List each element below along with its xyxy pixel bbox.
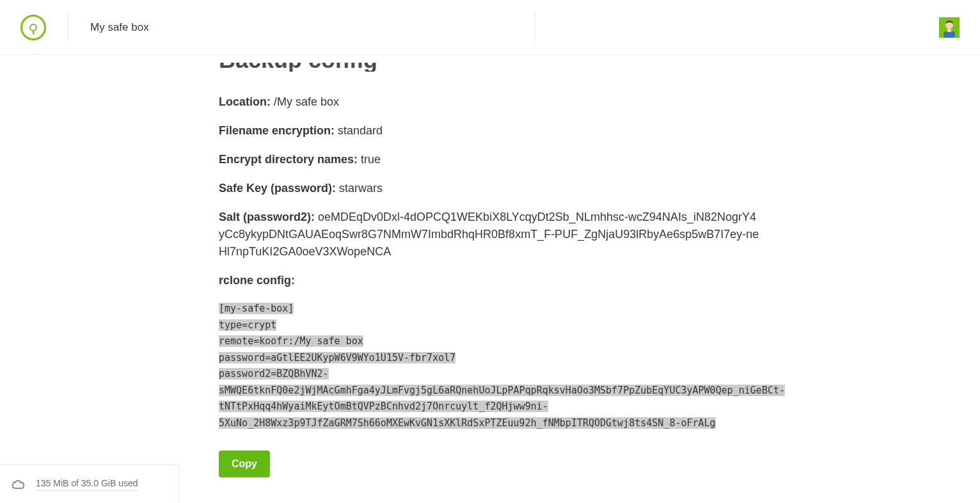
svg-rect-3 (947, 29, 951, 32)
field-salt: Salt (password2): oeMDEqDv0Dxl-4dOPCQ1WE… (219, 209, 761, 260)
code-line: password2=BZQBhVN2-sMWQE6tknFQ0e2jWjMAcG… (219, 368, 785, 429)
rclone-config-label: rclone config: (219, 274, 295, 287)
svg-rect-2 (944, 31, 955, 38)
app-logo-icon[interactable] (20, 15, 46, 40)
field-location: Location: /My safe box (219, 93, 761, 111)
storage-text: 135 MiB of 35.0 GiB used (36, 478, 138, 491)
field-salt-label: Salt (password2): (219, 211, 315, 223)
code-line: remote=koofr:/My safe box (219, 335, 363, 347)
main-content: Backup config Location: /My safe box Fil… (0, 49, 980, 503)
field-location-value: /My safe box (274, 95, 339, 108)
divider (68, 13, 68, 42)
field-filename-encryption-value: standard (338, 124, 383, 137)
field-safe-key-value: starwars (339, 182, 383, 195)
field-safe-key: Safe Key (password): starwars (219, 180, 761, 197)
field-safe-key-label: Safe Key (password): (219, 182, 336, 195)
divider (535, 13, 535, 42)
avatar[interactable] (939, 17, 960, 38)
field-encrypt-dirs: Encrypt directory names: true (219, 151, 761, 168)
breadcrumb[interactable]: My safe box (90, 21, 149, 34)
cloud-icon (12, 479, 26, 490)
field-encrypt-dirs-label: Encrypt directory names: (219, 153, 358, 166)
code-line: password=aGtlEE2UKypW6V9WYo1U15V-fbr7xol… (219, 352, 455, 363)
rclone-config-code: [my-safe-box] type=crypt remote=koofr:/M… (219, 301, 761, 431)
field-filename-encryption-label: Filename encryption: (219, 124, 335, 137)
header: My safe box (0, 0, 980, 55)
field-location-label: Location: (219, 95, 271, 108)
code-line: [my-safe-box] (219, 303, 294, 314)
page-title: Backup config (219, 49, 761, 72)
code-line: type=crypt (219, 319, 276, 331)
field-rclone-label: rclone config: (219, 272, 761, 289)
field-encrypt-dirs-value: true (361, 153, 381, 166)
field-filename-encryption: Filename encryption: standard (219, 122, 761, 140)
copy-button[interactable]: Copy (219, 451, 270, 477)
storage-footer[interactable]: 135 MiB of 35.0 GiB used (0, 465, 179, 503)
